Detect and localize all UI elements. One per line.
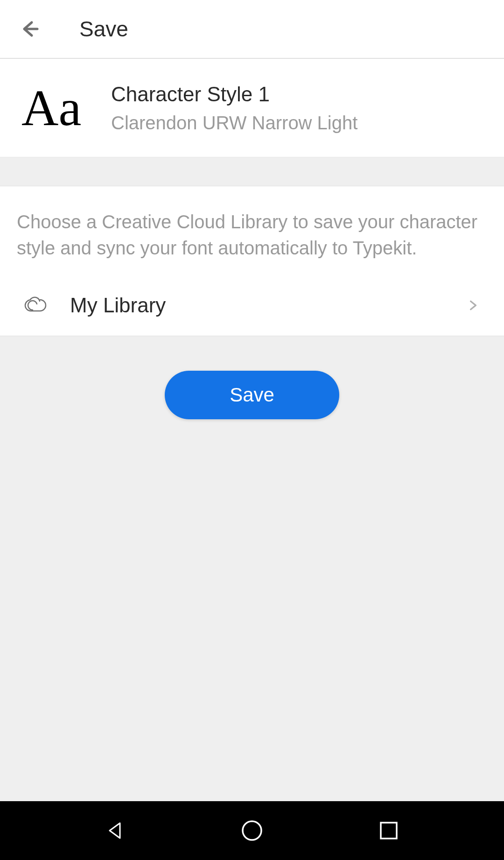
svg-point-0 — [243, 821, 261, 840]
style-font-name: Clarendon URW Narrow Light — [111, 113, 357, 134]
triangle-back-icon — [105, 820, 126, 841]
android-nav-bar — [0, 801, 504, 860]
svg-rect-1 — [381, 823, 397, 839]
section-spacer — [0, 157, 504, 186]
save-button[interactable]: Save — [165, 371, 339, 419]
nav-home-button[interactable] — [238, 817, 266, 845]
nav-back-button[interactable] — [101, 817, 129, 845]
library-instruction: Choose a Creative Cloud Library to save … — [17, 209, 487, 261]
square-recent-icon — [379, 821, 399, 840]
style-info: Character Style 1 Clarendon URW Narrow L… — [111, 83, 357, 134]
nav-recent-button[interactable] — [375, 817, 403, 845]
back-button[interactable] — [17, 16, 43, 42]
circle-home-icon — [241, 819, 263, 842]
library-section: Choose a Creative Cloud Library to save … — [0, 186, 504, 336]
header: Save — [0, 0, 504, 59]
library-selector[interactable]: My Library — [17, 287, 487, 336]
page-title: Save — [79, 16, 128, 42]
bottom-area: Save — [0, 336, 504, 801]
style-name: Character Style 1 — [111, 83, 357, 106]
creative-cloud-icon — [23, 296, 48, 315]
character-style-card: Aa Character Style 1 Clarendon URW Narro… — [0, 59, 504, 157]
style-preview-glyph: Aa — [21, 82, 105, 134]
arrow-left-icon — [19, 18, 41, 40]
chevron-right-icon — [467, 299, 479, 311]
library-name: My Library — [70, 294, 467, 317]
